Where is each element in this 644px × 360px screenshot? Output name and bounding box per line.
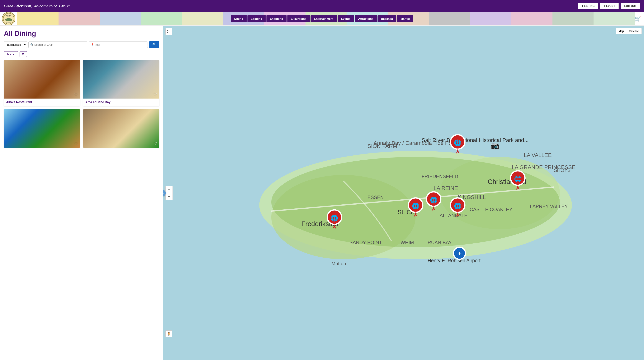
- svg-text:LA REINE: LA REINE: [434, 185, 458, 191]
- grid-view-button[interactable]: ⊞: [20, 51, 27, 57]
- greeting: Good Afternoon, Welcome to St. Croix!: [4, 4, 70, 9]
- svg-text:LA VALLEE: LA VALLEE: [524, 152, 552, 158]
- location-input-wrap: 📍: [89, 42, 148, 48]
- nav-bar: CRUCIAL CRUCIAN ST. CROIX DiningLodgingS…: [0, 12, 644, 26]
- color-strip-segment: [470, 12, 512, 25]
- svg-text:CRUCIAN: CRUCIAN: [7, 16, 10, 17]
- cards-grid: ♡ Alba's Restaurant ♡ Ama at Cane Bay ♡ …: [4, 60, 159, 148]
- card-card4[interactable]: ♡: [83, 109, 159, 148]
- nav-menu: DiningLodgingShoppingExcursionsEntertain…: [231, 15, 413, 22]
- filter-bar: Title ▲ ⊞: [4, 51, 159, 57]
- svg-text:SHOYS: SHOYS: [554, 167, 571, 173]
- nav-item-entertainment[interactable]: Entertainment: [310, 15, 337, 22]
- search-button[interactable]: 🔍: [149, 41, 159, 48]
- nav-item-attractions[interactable]: Attractions: [354, 15, 377, 22]
- street-view-button[interactable]: 🧍: [166, 330, 172, 337]
- svg-text:🌐: 🌐: [331, 214, 338, 222]
- card-title: Ama at Cane Bay: [83, 99, 159, 106]
- card-image: ♡: [83, 109, 159, 148]
- title-sort-label: Title: [7, 53, 12, 56]
- logout-button[interactable]: LOG OUT: [620, 3, 640, 9]
- add-listing-button[interactable]: + LISTING: [578, 3, 598, 9]
- color-strip-segment: [100, 12, 141, 25]
- nav-item-shopping[interactable]: Shopping: [266, 15, 286, 22]
- nav-item-beaches[interactable]: Beaches: [378, 15, 396, 22]
- favorite-icon[interactable]: ♡: [154, 92, 157, 97]
- main-layout: All Dining Businesses 🔍 📍 🔍 Title ▲ ⊞: [0, 26, 644, 360]
- svg-text:FRIEDENSFELD: FRIEDENSFELD: [422, 174, 458, 179]
- svg-text:RUAN BAY: RUAN BAY: [428, 240, 452, 245]
- svg-text:WHIM: WHIM: [400, 240, 414, 245]
- zoom-out-button[interactable]: −: [166, 193, 172, 200]
- search-input-wrap: 🔍: [28, 42, 87, 48]
- svg-text:Mutton: Mutton: [332, 261, 346, 266]
- zoom-in-button[interactable]: +: [166, 186, 172, 193]
- search-icon: 🔍: [30, 43, 34, 46]
- title-sort-button[interactable]: Title ▲: [4, 51, 18, 57]
- color-strip-segment: [429, 12, 470, 25]
- nav-item-dining[interactable]: Dining: [231, 15, 246, 22]
- color-strip-segment: [552, 12, 594, 25]
- businesses-dropdown[interactable]: Businesses: [4, 41, 27, 48]
- favorite-icon[interactable]: ♡: [74, 92, 78, 97]
- satellite-view-button[interactable]: Satellite: [626, 28, 642, 34]
- svg-text:📷: 📷: [491, 141, 500, 150]
- map-background: Frederiksted St. Cr... Christiansted KIN…: [163, 26, 644, 360]
- card-image: ♡: [4, 60, 80, 99]
- nav-item-events[interactable]: Events: [338, 15, 354, 22]
- search-input[interactable]: [28, 42, 87, 48]
- card-image: ♡: [83, 60, 159, 99]
- svg-text:Henry E. Rohlsen Airport: Henry E. Rohlsen Airport: [428, 258, 480, 263]
- svg-point-3: [5, 18, 12, 21]
- add-event-button[interactable]: + EVENT: [600, 3, 619, 9]
- map-view-button[interactable]: Map: [616, 28, 626, 34]
- svg-text:🌐: 🌐: [412, 202, 420, 210]
- color-strip-segment: [594, 12, 635, 25]
- card-image: ♡: [4, 109, 80, 148]
- svg-text:CASTLE COAKLEY: CASTLE COAKLEY: [470, 207, 512, 212]
- location-pin-icon: 📍: [91, 43, 94, 46]
- map-controls-top: ⛶: [166, 28, 172, 35]
- color-strip-segment: [17, 12, 58, 25]
- color-strip-segment: [141, 12, 182, 25]
- map-panel: → ⛶ Map Satellite + − 🧍: [163, 26, 644, 360]
- card-ama-cane-bay[interactable]: ♡ Ama at Cane Bay: [83, 60, 159, 106]
- svg-text:✈: ✈: [457, 251, 462, 257]
- nav-item-excursions[interactable]: Excursions: [287, 15, 310, 22]
- svg-text:🌐: 🌐: [430, 196, 438, 204]
- favorite-icon[interactable]: ♡: [74, 141, 78, 146]
- color-strip-segment: [58, 12, 100, 25]
- map-type-toggle: Map Satellite: [616, 28, 642, 34]
- svg-text:LAPREY VALLEY: LAPREY VALLEY: [530, 204, 568, 209]
- logo: CRUCIAL CRUCIAN ST. CROIX: [0, 12, 17, 25]
- logo-circle: CRUCIAL CRUCIAN ST. CROIX: [2, 12, 15, 25]
- location-input[interactable]: [89, 42, 148, 48]
- svg-text:SION FARM: SION FARM: [368, 143, 397, 149]
- card-card3[interactable]: ♡: [4, 109, 80, 148]
- svg-text:ALLANDALE: ALLANDALE: [440, 213, 468, 218]
- map-fullscreen-button[interactable]: ⛶: [166, 28, 172, 35]
- card-albas[interactable]: ♡ Alba's Restaurant: [4, 60, 80, 106]
- page-title: All Dining: [4, 30, 159, 38]
- color-strip-segment: [511, 12, 552, 25]
- svg-text:ST. CROIX: ST. CROIX: [6, 22, 11, 23]
- svg-text:🌐: 🌐: [454, 139, 462, 146]
- card-title: Alba's Restaurant: [4, 99, 80, 106]
- cart-icon[interactable]: 🛒: [635, 16, 641, 22]
- top-bar-actions: + LISTING + EVENT LOG OUT: [578, 3, 640, 9]
- favorite-icon[interactable]: ♡: [154, 141, 157, 146]
- sort-arrow-icon: ▲: [12, 53, 15, 56]
- svg-text:Salt River Bay National Histor: Salt River Bay National Historical Park …: [422, 137, 529, 143]
- svg-text:🌐: 🌐: [454, 202, 462, 210]
- svg-text:🌐: 🌐: [514, 175, 522, 183]
- search-bar: Businesses 🔍 📍 🔍: [4, 41, 159, 48]
- svg-text:CRUCIAL: CRUCIAL: [6, 15, 11, 16]
- nav-item-lodging[interactable]: Lodging: [247, 15, 266, 22]
- color-strip-segment: [182, 12, 223, 25]
- top-bar: Good Afternoon, Welcome to St. Croix! + …: [0, 0, 644, 12]
- svg-text:SANDY POINT: SANDY POINT: [350, 240, 382, 245]
- nav-item-market[interactable]: Market: [397, 15, 413, 22]
- map-zoom-controls: + −: [166, 186, 173, 200]
- svg-text:ESSEN: ESSEN: [368, 195, 384, 200]
- left-panel: All Dining Businesses 🔍 📍 🔍 Title ▲ ⊞: [0, 26, 163, 360]
